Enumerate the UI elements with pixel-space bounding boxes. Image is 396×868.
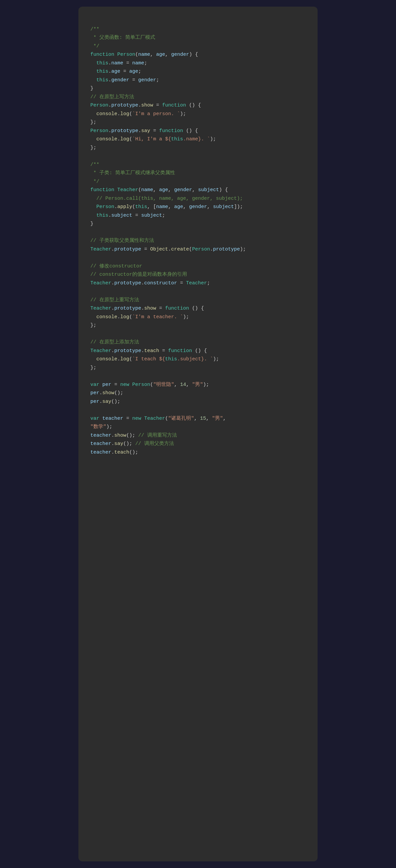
code-dot7: . [108, 128, 111, 134]
method-apply: apply [117, 204, 132, 210]
string-math: "数学" [90, 424, 106, 430]
code-comma1: , [150, 52, 156, 57]
code-dot4: . [108, 102, 111, 108]
param-gender: gender [171, 52, 189, 57]
code-dot3: . [108, 77, 111, 83]
keyword-function-3: function [159, 128, 183, 134]
code-dot22: . [117, 356, 120, 362]
comment-block-1: /** * 父类函数: 简单工厂模式 */ [90, 27, 155, 49]
code-dot26: . [111, 441, 114, 446]
param-subject2: subject [213, 204, 234, 210]
code-dot10: . [114, 204, 117, 210]
keyword-function-5: function [165, 306, 189, 311]
code-space2 [129, 382, 132, 388]
class-person-6: Person [132, 382, 150, 388]
string-1: `I'm a person. ` [132, 111, 180, 117]
varname-teacher-3: teacher [90, 441, 111, 446]
code-paren20: (); [126, 433, 138, 438]
code-comma5: , [192, 187, 198, 193]
keyword-new-2: new [132, 416, 141, 422]
val-age: age [129, 69, 138, 74]
method-log-3: log [120, 314, 129, 320]
code-eq7: = [141, 247, 150, 252]
val-subject: subject [141, 213, 162, 218]
param-name: name [138, 52, 150, 57]
class-person: Person [117, 52, 135, 57]
comment-call: // Person.call(this, name, age, gender, … [96, 196, 243, 202]
code-comma9: , [207, 204, 213, 210]
prop-prototype-4: prototype [213, 247, 240, 252]
code-semi5: ; [207, 280, 210, 286]
builtin-console-4: console [96, 356, 117, 362]
class-person-4: Person [96, 204, 114, 210]
method-show-call-2: show [114, 433, 126, 438]
string-3: `I'm a teacher. ` [132, 314, 183, 320]
code-dot5: . [138, 102, 141, 108]
code-dot13: . [168, 247, 171, 252]
string-4: `I teach ${ [132, 356, 165, 362]
code-paren10: ( [129, 314, 132, 320]
code-dot14: . [210, 247, 213, 252]
class-teacher-6: Teacher [90, 348, 111, 354]
code-paren8: ( [189, 247, 192, 252]
code-eq1: = [123, 60, 132, 66]
comment-prototype-methods: // 在原型上写方法 [90, 94, 134, 100]
code-comma7: , [168, 204, 174, 210]
code-dot19: . [117, 314, 120, 320]
comment-constructor-1: // 修改constructor [90, 264, 142, 269]
code-space3 [99, 416, 102, 422]
code-dot16: . [141, 280, 144, 286]
class-teacher-5: Teacher [90, 306, 111, 311]
number-15: 15 [200, 416, 206, 422]
keyword-var-1: var [90, 382, 99, 388]
prop-prototype-5: prototype [114, 280, 141, 286]
varname-per: per [102, 382, 111, 388]
comment-show: // 调用重写方法 [138, 433, 177, 438]
code-comma3: , [153, 187, 159, 193]
code-comma14: , [223, 416, 226, 422]
varname-teacher: teacher [102, 416, 123, 422]
method-teach: teach [144, 348, 159, 354]
code-eq3: = [129, 77, 138, 83]
code-eq4: = [153, 102, 162, 108]
method-say-call-1: say [102, 399, 111, 404]
code-dot9: . [117, 136, 120, 142]
param-age3: age [174, 204, 183, 210]
code-eq8: = [177, 280, 186, 286]
code-paren14: ( [150, 382, 153, 388]
keyword-var-2: var [90, 416, 99, 422]
keyword-this-3: this [96, 77, 108, 83]
code-dot18: . [141, 306, 144, 311]
code-comma8: , [183, 204, 189, 210]
method-say-1: say [141, 128, 150, 134]
builtin-console-1: console [96, 111, 117, 117]
code-eq6: = [132, 213, 141, 218]
prop-constructor: constructor [144, 280, 177, 286]
comment-block-2: /** * 子类: 简单工厂模式继承父类属性 */ [90, 162, 175, 184]
code-dot2: . [108, 69, 111, 74]
code-paren6: ( [138, 187, 141, 193]
string-2b: .name}. ` [183, 136, 210, 142]
keyword-this-4: this [171, 136, 183, 142]
method-log-4: log [120, 356, 129, 362]
string-2: `Hi, I'm a ${ [132, 136, 171, 142]
val-gender: gender [138, 77, 156, 83]
varname-teacher-4: teacher [90, 450, 111, 455]
code-comma4: , [168, 187, 174, 193]
code-paren15: ); [203, 382, 209, 388]
code-paren7: ( [132, 204, 135, 210]
code-comma10: , [174, 382, 180, 388]
code-paren2: ( [129, 111, 132, 117]
code-paren21: (); [123, 441, 135, 446]
class-teacher-2: Teacher [90, 247, 111, 252]
prop-prototype-3: prototype [114, 247, 141, 252]
param-age: age [156, 52, 165, 57]
keyword-this-2: this [96, 69, 108, 74]
code-comma11: , [186, 382, 192, 388]
param-gender2: gender [174, 187, 192, 193]
string-4b: .subject}. ` [177, 356, 213, 362]
builtin-object: Object [150, 247, 168, 252]
code-paren18: ( [165, 416, 168, 422]
method-show-call-1: show [102, 390, 114, 396]
prop-prototype-6: prototype [114, 306, 141, 311]
